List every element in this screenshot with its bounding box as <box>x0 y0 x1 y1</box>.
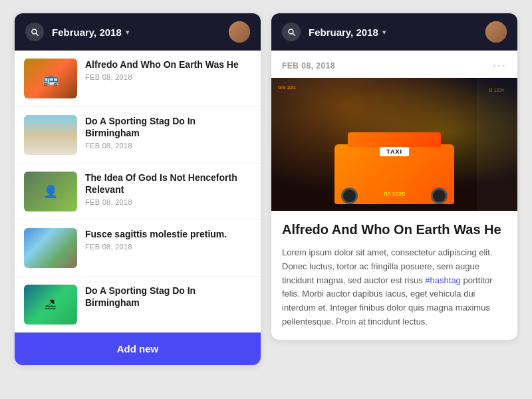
list-item[interactable]: Do A Sporting Stag Do In Birmingham <box>15 277 261 332</box>
taxi-plate: กก 1525 <box>384 190 406 199</box>
list-thumb-0 <box>24 59 77 98</box>
add-new-button[interactable]: Add new <box>15 332 261 365</box>
list-item[interactable]: The Idea Of God Is Not Henceforth Releva… <box>15 164 261 220</box>
month-label: February, 2018 <box>52 27 122 38</box>
right-panel-header: February, 2018 ▾ <box>271 13 517 51</box>
list-item-date-1: FEB 08, 2018 <box>85 142 251 150</box>
right-avatar-image <box>485 21 507 43</box>
taxi-roof <box>348 132 441 147</box>
list-thumb-3 <box>24 228 77 268</box>
taxi-sign-label: TAXI <box>380 147 409 156</box>
left-panel: February, 2018 ▾ Alfredo And Who On Eart… <box>15 13 261 365</box>
wheel-left <box>341 188 358 204</box>
detail-date: FEB 08, 2018 <box>282 61 335 70</box>
list-item[interactable]: Alfredo And Who On Earth Was He FEB 08, … <box>15 51 261 107</box>
avatar-image <box>229 21 250 43</box>
detail-image: TAXI กก 1525 GS 221 B 1234 <box>271 78 517 211</box>
taxi-scene: TAXI กก 1525 GS 221 B 1234 <box>271 78 517 211</box>
more-options-button[interactable]: ··· <box>493 59 507 72</box>
avatar[interactable] <box>229 21 250 43</box>
panel-right <box>477 78 517 211</box>
right-panel: February, 2018 ▾ FEB 08, 2018 ··· TAXI ก… <box>271 13 517 340</box>
list-thumb-1 <box>24 115 77 155</box>
list-thumb-4 <box>24 285 77 325</box>
bg-text-1: GS 221 <box>278 84 296 90</box>
right-header-month-title[interactable]: February, 2018 ▾ <box>309 27 477 38</box>
list-item-date-2: FEB 08, 2018 <box>85 198 251 206</box>
list-item-title-4: Do A Sporting Stag Do In Birmingham <box>85 285 251 309</box>
app-container: February, 2018 ▾ Alfredo And Who On Eart… <box>0 0 532 399</box>
hashtag[interactable]: #hashtag <box>425 275 461 285</box>
taxi-body: TAXI กก 1525 <box>334 144 454 204</box>
right-month-label: February, 2018 <box>309 27 378 38</box>
list-item-text-2: The Idea Of God Is Not Henceforth Releva… <box>85 172 251 206</box>
list-item-text-3: Fusce sagittis molestie pretium. FEB 08,… <box>85 228 251 251</box>
right-avatar[interactable] <box>485 21 507 43</box>
wheel-right <box>431 188 448 204</box>
list-item[interactable]: Fusce sagittis molestie pretium. FEB 08,… <box>15 220 261 277</box>
header-month-title[interactable]: February, 2018 ▾ <box>52 27 221 38</box>
detail-title: Alfredo And Who On Earth Was He <box>282 221 507 238</box>
list-item-text-4: Do A Sporting Stag Do In Birmingham <box>85 285 251 311</box>
list-item-date-3: FEB 08, 2018 <box>85 243 251 251</box>
list-item-text-0: Alfredo And Who On Earth Was He FEB 08, … <box>85 59 251 81</box>
list-item-title-0: Alfredo And Who On Earth Was He <box>85 59 251 70</box>
search-icon[interactable] <box>25 23 44 41</box>
detail-body: Lorem ipsum dolor sit amet, consectetur … <box>282 246 507 329</box>
list-item[interactable]: Do A Sporting Stag Do In Birmingham FEB … <box>15 107 261 164</box>
right-chevron-down-icon: ▾ <box>382 29 386 36</box>
search-icon-right[interactable] <box>282 23 301 41</box>
detail-content: Alfredo And Who On Earth Was He Lorem ip… <box>271 211 517 340</box>
left-panel-header: February, 2018 ▾ <box>15 13 261 51</box>
detail-date-bar: FEB 08, 2018 ··· <box>271 51 517 78</box>
article-list: Alfredo And Who On Earth Was He FEB 08, … <box>15 51 261 332</box>
list-item-date-0: FEB 08, 2018 <box>85 73 251 81</box>
list-item-title-2: The Idea Of God Is Not Henceforth Releva… <box>85 172 251 196</box>
chevron-down-icon: ▾ <box>126 29 129 36</box>
list-item-text-1: Do A Sporting Stag Do In Birmingham FEB … <box>85 115 251 150</box>
list-thumb-2 <box>24 172 77 211</box>
list-item-title-3: Fusce sagittis molestie pretium. <box>85 228 251 240</box>
list-item-title-1: Do A Sporting Stag Do In Birmingham <box>85 115 251 139</box>
